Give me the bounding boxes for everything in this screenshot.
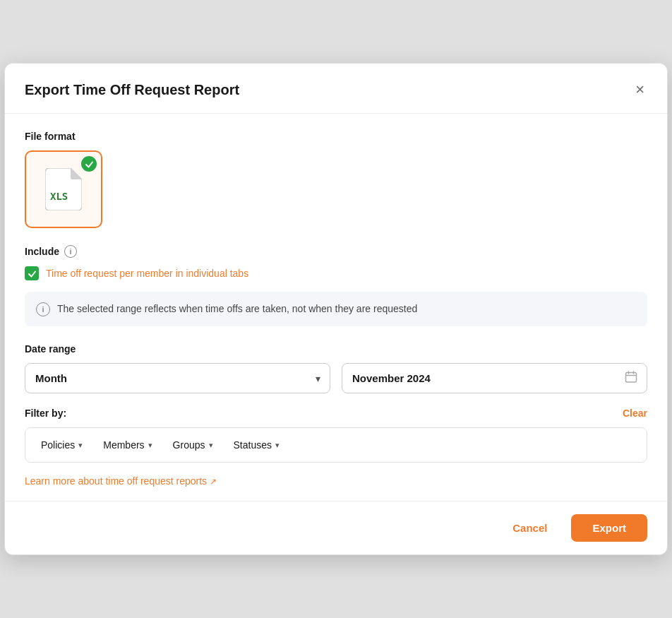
date-range-select-wrapper: Month Week Quarter Year Custom ▾	[25, 363, 330, 393]
filter-divider-1	[92, 439, 93, 451]
filter-label: Filter by:	[25, 408, 66, 419]
filter-divider-3	[223, 439, 224, 451]
date-range-select[interactable]: Month Week Quarter Year Custom	[25, 363, 330, 393]
filter-label-row: Filter by: Clear	[25, 408, 647, 419]
groups-filter-button[interactable]: Groups ▾	[170, 438, 216, 452]
info-banner-text: The selected range reflects when time of…	[57, 302, 417, 316]
modal-body: File format XLS Include	[5, 114, 667, 501]
statuses-label: Statuses	[234, 439, 272, 451]
include-section: Include i Time off request per member in…	[25, 245, 647, 326]
time-off-checkbox[interactable]	[25, 266, 39, 280]
members-chevron-icon: ▾	[148, 441, 152, 450]
checkbox-label: Time off request per member in individua…	[46, 268, 248, 279]
export-button[interactable]: Export	[571, 514, 647, 542]
groups-label: Groups	[173, 439, 205, 451]
file-format-label: File format	[25, 131, 647, 142]
date-range-row: Month Week Quarter Year Custom ▾	[25, 363, 647, 393]
clear-button[interactable]: Clear	[623, 408, 647, 419]
date-input-wrapper	[342, 363, 647, 393]
checkbox-label-prefix: Time off request per member in	[46, 268, 186, 279]
modal-footer: Cancel Export	[5, 501, 667, 554]
xls-file-option[interactable]: XLS	[25, 150, 102, 228]
filter-section: Filter by: Clear Policies ▾ Members ▾ Gr…	[25, 408, 647, 463]
selected-check-badge	[81, 156, 97, 172]
date-range-section: Date range Month Week Quarter Year Custo…	[25, 343, 647, 393]
export-modal: Export Time Off Request Report × File fo…	[4, 63, 668, 555]
statuses-chevron-icon: ▾	[275, 441, 280, 450]
include-label: Include	[25, 246, 59, 257]
statuses-filter-button[interactable]: Statuses ▾	[231, 438, 282, 452]
groups-chevron-icon: ▾	[209, 441, 213, 450]
learn-more-text: Learn more about time off request report…	[25, 475, 207, 487]
info-banner-icon: i	[36, 302, 50, 316]
file-icon: XLS	[45, 168, 82, 210]
members-label: Members	[103, 439, 144, 451]
include-label-row: Include i	[25, 245, 647, 258]
date-input[interactable]	[342, 363, 647, 393]
modal-title: Export Time Off Request Report	[25, 82, 239, 98]
filter-divider-2	[162, 439, 163, 451]
learn-more: Learn more about time off request report…	[25, 475, 647, 487]
members-filter-button[interactable]: Members ▾	[100, 438, 155, 452]
external-link-icon: ↗	[210, 477, 217, 487]
info-banner: i The selected range reflects when time …	[25, 292, 647, 326]
close-button[interactable]: ×	[632, 79, 647, 100]
filter-bar: Policies ▾ Members ▾ Groups ▾ Statuses ▾	[25, 427, 647, 463]
policies-label: Policies	[41, 439, 75, 451]
checkbox-row: Time off request per member in individua…	[25, 266, 647, 280]
modal-header: Export Time Off Request Report ×	[5, 64, 667, 114]
date-range-label: Date range	[25, 343, 647, 355]
cancel-button[interactable]: Cancel	[500, 515, 560, 541]
checkbox-label-link: individual tabs	[186, 268, 248, 279]
file-format-section: File format XLS	[25, 131, 647, 228]
policies-filter-button[interactable]: Policies ▾	[38, 438, 85, 452]
policies-chevron-icon: ▾	[78, 441, 83, 450]
svg-text:XLS: XLS	[50, 191, 68, 202]
learn-more-link[interactable]: Learn more about time off request report…	[25, 475, 217, 487]
include-info-icon[interactable]: i	[64, 245, 77, 258]
